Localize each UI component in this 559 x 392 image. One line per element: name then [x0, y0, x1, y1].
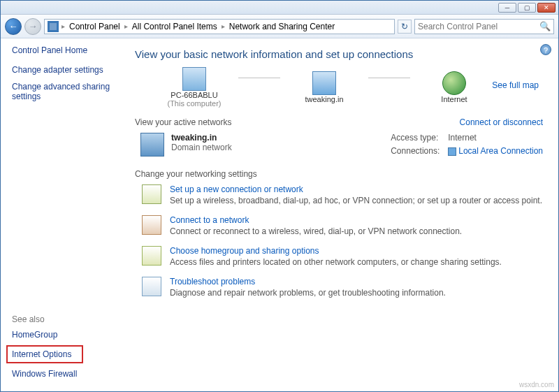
troubleshoot-icon	[142, 277, 161, 296]
access-type-value: Internet	[448, 133, 543, 143]
connections-label: Connections:	[391, 146, 440, 157]
troubleshoot-link[interactable]: Troubleshoot problems	[170, 277, 446, 286]
map-router: tweaking.in	[286, 71, 363, 103]
computer-icon	[182, 67, 206, 91]
map-internet: Internet	[416, 71, 493, 103]
homegroup-desc: Access files and printers located on oth…	[170, 257, 502, 267]
breadcrumb-mid[interactable]: All Control Panel Items	[131, 22, 219, 31]
homegroup-link[interactable]: HomeGroup	[12, 330, 117, 340]
chevron-right-icon: ▸	[61, 22, 65, 30]
map-pc-sub: (This computer)	[167, 99, 221, 108]
control-panel-home-link[interactable]: Control Panel Home	[12, 45, 117, 55]
homegroup-options-link[interactable]: Choose homegroup and sharing options	[170, 246, 502, 256]
page-title: View your basic network information and …	[135, 48, 543, 60]
search-input[interactable]: Search Control Panel 🔍	[414, 19, 554, 34]
control-panel-window: ─ ▢ ✕ ← → ▸ Control Panel ▸ All Control …	[0, 0, 559, 392]
local-area-connection-link[interactable]: Local Area Connection	[448, 146, 543, 157]
connection-name: Local Area Connection	[458, 146, 543, 156]
active-networks-header: View your active networks Connect or dis…	[135, 117, 543, 127]
sidebar: Control Panel Home Change adapter settin…	[1, 38, 126, 391]
search-icon[interactable]: 🔍	[539, 21, 551, 31]
close-button[interactable]: ✕	[537, 3, 556, 13]
see-also-heading: See also	[12, 314, 117, 324]
help-icon[interactable]: ?	[540, 44, 551, 55]
active-network-name: tweaking.in	[171, 133, 217, 143]
breadcrumb-leaf[interactable]: Network and Sharing Center	[228, 22, 336, 31]
option-setup-connection: Set up a new connection or network Set u…	[142, 184, 543, 205]
troubleshoot-desc: Diagnose and repair network problems, or…	[170, 288, 446, 298]
control-panel-icon	[48, 21, 59, 32]
globe-icon	[442, 71, 466, 95]
search-placeholder: Search Control Panel	[418, 22, 498, 31]
map-internet-label: Internet	[441, 95, 467, 103]
map-connector	[368, 78, 410, 78]
titlebar: ─ ▢ ✕	[1, 1, 558, 15]
network-adapter-icon	[448, 147, 456, 156]
option-homegroup: Choose homegroup and sharing options Acc…	[142, 246, 543, 267]
setup-connection-icon	[142, 184, 161, 204]
option-troubleshoot: Troubleshoot problems Diagnose and repai…	[142, 277, 543, 298]
change-settings-heading: Change your networking settings	[135, 169, 543, 179]
active-networks-label: View your active networks	[135, 117, 232, 127]
body: Control Panel Home Change adapter settin…	[1, 38, 558, 391]
minimize-button[interactable]: ─	[498, 3, 516, 13]
active-network-row: tweaking.in Domain network Access type: …	[140, 133, 543, 157]
see-full-map-link[interactable]: See full map	[492, 80, 539, 90]
back-button[interactable]: ←	[5, 18, 22, 35]
active-network-info: tweaking.in Domain network	[171, 133, 232, 157]
map-pc-name: PC-66BABLU	[170, 91, 217, 99]
network-map: PC-66BABLU (This computer) tweaking.in I…	[156, 67, 543, 108]
forward-button[interactable]: →	[24, 18, 41, 35]
address-bar[interactable]: ▸ Control Panel ▸ All Control Panel Item…	[44, 19, 395, 34]
refresh-button[interactable]: ↻	[398, 20, 412, 34]
chevron-right-icon: ▸	[124, 22, 128, 30]
connection-details: Access type: Internet Connections: Local…	[391, 133, 543, 157]
connect-network-link[interactable]: Connect to a network	[170, 215, 462, 225]
maximize-button[interactable]: ▢	[518, 3, 536, 13]
connect-network-icon	[142, 215, 161, 235]
access-type-label: Access type:	[391, 133, 440, 143]
map-this-computer: PC-66BABLU (This computer)	[156, 67, 233, 108]
setup-connection-desc: Set up a wireless, broadband, dial-up, a…	[170, 196, 542, 205]
navbar: ← → ▸ Control Panel ▸ All Control Panel …	[1, 15, 558, 38]
setup-connection-link[interactable]: Set up a new connection or network	[170, 184, 542, 194]
domain-network-icon	[140, 133, 164, 157]
connect-disconnect-link[interactable]: Connect or disconnect	[460, 117, 543, 127]
map-router-name: tweaking.in	[305, 95, 343, 103]
change-advanced-sharing-link[interactable]: Change advanced sharing settings	[12, 82, 117, 101]
change-adapter-settings-link[interactable]: Change adapter settings	[12, 65, 117, 75]
breadcrumb-root[interactable]: Control Panel	[68, 22, 122, 31]
server-icon	[312, 71, 336, 95]
map-connector	[238, 78, 280, 78]
windows-firewall-link[interactable]: Windows Firewall	[12, 369, 117, 379]
option-connect-network: Connect to a network Connect or reconnec…	[142, 215, 543, 236]
active-network-type: Domain network	[171, 143, 232, 152]
homegroup-icon	[142, 246, 161, 266]
content-area: ? View your basic network information an…	[126, 38, 558, 391]
internet-options-link[interactable]: Internet Options	[6, 345, 83, 363]
watermark: wsxdn.com	[519, 381, 554, 389]
connect-network-desc: Connect or reconnect to a wireless, wire…	[170, 226, 462, 236]
chevron-right-icon: ▸	[222, 22, 225, 30]
